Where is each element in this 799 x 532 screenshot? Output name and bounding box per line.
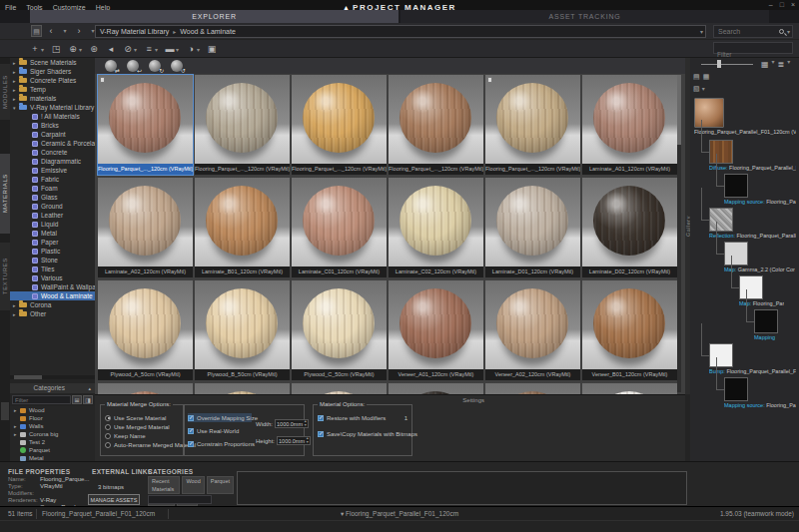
radio-keep-name[interactable]: Keep Name <box>105 431 180 440</box>
tree-item-glass[interactable]: Glass <box>10 193 95 202</box>
tree-item-materials[interactable]: ▸materials <box>10 94 95 103</box>
tree-item-other[interactable]: ▸Other <box>10 309 95 318</box>
tag-icon-caret[interactable]: ▾ <box>176 46 179 53</box>
category-tag[interactable]: Parquet <box>207 476 234 494</box>
spinner-arrows-icon[interactable]: ▲▼ <box>304 420 307 427</box>
category-add-input[interactable] <box>148 495 212 504</box>
tree-item-bricks[interactable]: Bricks <box>10 121 95 130</box>
width-spinner[interactable]: 1000.0mm▲▼ <box>275 419 309 428</box>
material-card[interactable]: Laminate_B01_120cm (VRayMtl) <box>195 178 290 277</box>
node-map[interactable]: Map: Gamma_2.2 (Color Cor <box>724 242 795 272</box>
material-card[interactable]: Flooring_Parquet_..._120cm (VRayMtl) <box>195 75 290 175</box>
category-item-wood[interactable]: ▸Wood <box>10 406 95 414</box>
tree-item-concrete-plates[interactable]: ▸Concrete Plates <box>10 76 95 85</box>
tree-item-plastic[interactable]: Plastic <box>10 247 95 256</box>
breadcrumb-root[interactable]: V-Ray Material Library <box>100 28 169 35</box>
assign-material-icon[interactable]: ⇄ <box>105 60 117 72</box>
thumbnails-view-icon-caret[interactable]: ▾ <box>772 58 775 71</box>
collapse-icon[interactable]: ◂ <box>106 41 116 58</box>
preview-large-icon[interactable]: ▦ <box>703 73 710 81</box>
back-icon[interactable]: ‹ <box>46 23 56 40</box>
minimize-button[interactable]: – <box>769 0 773 10</box>
material-card-partial[interactable] <box>389 383 483 394</box>
tree-item--all-materials[interactable]: ! All Materials <box>10 112 95 121</box>
category-item-metal[interactable]: Metal <box>10 454 95 461</box>
categories-add-icon[interactable]: ⊞ <box>72 395 82 404</box>
tree-item-ceramic-porcelain[interactable]: Ceramic & Porcelain <box>10 139 95 148</box>
node-bump[interactable]: Bump: Flooring_Parquet_Parallel_F01_1 <box>709 343 796 374</box>
material-card[interactable]: Flooring_Parquet_..._120cm (VRayMtl) <box>98 75 193 175</box>
tab-explorer[interactable]: EXPLORER <box>30 10 399 23</box>
grid-vertical-scrollbar[interactable] <box>677 75 681 392</box>
tree-item-tiles[interactable]: Tiles <box>10 265 95 273</box>
spinner-arrows-icon[interactable]: ▲▼ <box>306 437 309 444</box>
tree-item-diagrammatic[interactable]: Diagrammatic <box>10 157 95 166</box>
material-card[interactable]: Flooring_Parquet_..._120cm (VRayMtl) <box>485 75 580 175</box>
close-button[interactable]: × <box>791 0 795 10</box>
node-mappingsource[interactable]: Mapping source: Flooring_Pa <box>724 377 796 408</box>
tree-item-wood-laminate[interactable]: Wood & Laminate <box>10 291 95 300</box>
material-card[interactable]: Veneer_A01_120cm (VRayMtl) <box>389 280 483 380</box>
material-card-partial[interactable] <box>98 383 193 394</box>
tree-item-carpaint[interactable]: Carpaint <box>10 130 95 139</box>
hide-icon-caret[interactable]: ▾ <box>134 46 137 53</box>
material-card[interactable]: Laminate_C01_120cm (VRayMtl) <box>292 178 387 277</box>
material-card[interactable]: Plywood_B_50cm (VRayMtl) <box>195 280 290 380</box>
breadcrumb[interactable]: V-Ray Material Library▸Wood & Laminate ▾ <box>95 25 706 38</box>
checkbox-override-mapping-size[interactable]: Override Mapping Size <box>188 413 252 422</box>
description-box[interactable] <box>237 471 687 505</box>
tree-item-emissive[interactable]: Emissive <box>10 166 95 175</box>
tree-item-ground[interactable]: Ground <box>10 202 95 211</box>
tree-item-metal[interactable]: Metal <box>10 229 95 238</box>
render-mode-icon-caret[interactable]: ▾ <box>197 46 200 53</box>
tiles-icon-caret[interactable]: ▾ <box>702 85 705 93</box>
tree-horizontal-scrollbar[interactable] <box>10 375 95 379</box>
checkbox-restore-with-modifiers[interactable]: Restore with Modifiers1 <box>318 413 407 422</box>
material-root-node[interactable]: Flooring_Parquet_Parallel_F01_120cm (VRa… <box>694 98 796 135</box>
breadcrumb-current[interactable]: Wood & Laminate <box>180 28 236 35</box>
material-card[interactable]: Plywood_C_50cm (VRayMtl) <box>292 280 387 380</box>
rail-tab-modules[interactable]: MODULES <box>0 64 10 120</box>
tree-item-temp[interactable]: ▸Temp <box>10 85 95 94</box>
radio-auto-rename-merged-material[interactable]: Auto-Rename Merged Material <box>105 440 180 449</box>
checkbox-constrain-proportions[interactable]: Constrain Proportions <box>188 439 252 448</box>
search-dropdown-icon[interactable]: ▾ <box>787 28 790 35</box>
tree-item-v-ray-material-library[interactable]: ▾V-Ray Material Library <box>10 103 95 112</box>
material-card[interactable]: Veneer_A02_120cm (VRayMtl) <box>485 280 580 380</box>
tree-item-paper[interactable]: Paper <box>10 238 95 247</box>
checkbox-use-real-world[interactable]: Use Real-World <box>188 426 252 435</box>
category-item-walls[interactable]: ▸Walls <box>10 422 95 430</box>
back-dropdown-icon[interactable]: ▾ <box>60 23 70 40</box>
tree-item-liquid[interactable]: Liquid <box>10 220 95 229</box>
hide-icon[interactable]: ⊘ <box>123 41 133 58</box>
maximize-button[interactable]: □ <box>780 0 784 10</box>
rail-libraries-icon[interactable] <box>1 402 9 420</box>
tree-item-wallpaint-wallpaper[interactable]: WallPaint & Wallpaper <box>10 282 95 291</box>
material-card-partial[interactable] <box>292 383 387 394</box>
material-card-partial[interactable] <box>195 383 290 394</box>
settings-link[interactable]: Settings <box>424 397 484 403</box>
status-center-name[interactable]: ▾ Flooring_Parquet_Parallel_F01_120cm <box>0 507 799 521</box>
notes-icon[interactable]: ▤ <box>31 25 42 37</box>
category-item-test-2[interactable]: Test 2 <box>10 438 95 446</box>
thumbnails-view-icon[interactable]: ▦ <box>761 58 769 71</box>
rail-tab-materials[interactable]: MATERIALS <box>0 154 10 234</box>
material-card[interactable]: Flooring_Parquet_..._120cm (VRayMtl) <box>389 75 483 175</box>
categories-edit-icon[interactable]: ◨ <box>83 395 93 404</box>
pick-material-icon[interactable]: ↩ <box>127 60 139 72</box>
thumbnail-size-slider[interactable] <box>701 64 753 65</box>
tree-item-foam[interactable]: Foam <box>10 184 95 193</box>
search-icon[interactable] <box>779 29 784 34</box>
radio-use-merged-material[interactable]: Use Merged Material <box>105 422 180 431</box>
web-library-icon-caret[interactable]: ▾ <box>79 46 82 53</box>
categories-collapse-icon[interactable]: ▴ <box>88 383 91 393</box>
view-list-icon-caret[interactable]: ▾ <box>155 46 158 53</box>
tree-item-fabric[interactable]: Fabric <box>10 175 95 184</box>
category-item-corona-big[interactable]: ▸Corona big <box>10 430 95 438</box>
material-card-partial[interactable] <box>582 383 677 394</box>
preview-small-icon[interactable]: ▤ <box>693 73 700 81</box>
tab-asset-tracking[interactable]: ASSET TRACKING <box>400 10 769 23</box>
render-preview-icon[interactable]: ↻ <box>149 60 161 72</box>
view-list-icon[interactable]: ≡ <box>144 41 154 58</box>
category-tag[interactable]: Recent Materials <box>148 476 180 494</box>
